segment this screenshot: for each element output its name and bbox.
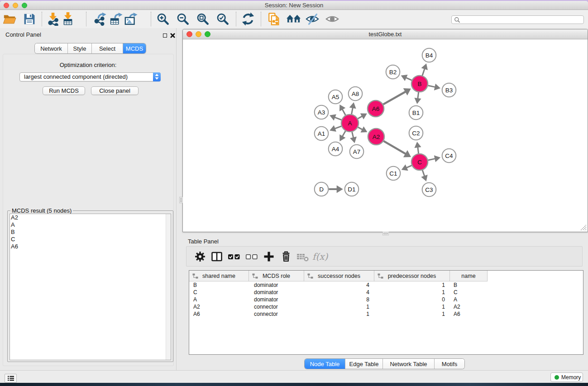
tab-select[interactable]: Select [92,43,123,53]
network-window-titlebar[interactable]: testGlobe.txt [183,29,588,39]
column-header-label: shared name [189,271,249,281]
save-session-icon[interactable] [22,11,37,27]
tab-network[interactable]: Network [35,43,68,53]
network-overview-icon[interactable] [286,11,301,27]
column-header-predecessor-nodes[interactable]: predecessor nodes [374,271,450,281]
graph-edge[interactable] [422,68,425,76]
graph-node-label: D1 [348,186,355,193]
tab-motifs[interactable]: Motifs [435,359,464,369]
zoom-selected-icon[interactable] [215,11,230,27]
run-mcds-button[interactable]: Run MCDS [43,86,85,95]
graph-edge[interactable] [342,109,346,115]
table-row[interactable]: A6connector11A6 [189,310,583,318]
close-panel-button[interactable]: Close panel [91,86,139,95]
table-cell: A [193,296,248,303]
mcds-result-item[interactable]: C [10,236,171,243]
graph-edge-arrowhead [350,137,357,143]
split-columns-icon[interactable] [210,250,224,263]
table-cell: B [454,281,490,289]
float-panel-icon[interactable] [163,33,167,38]
zoom-in-icon[interactable] [155,11,171,27]
refresh-icon[interactable] [240,11,256,27]
graph-node-label: A [348,120,352,127]
search-box[interactable] [451,15,584,24]
tab-edge-table[interactable]: Edge Table [345,359,383,369]
add-column-icon[interactable] [262,250,276,263]
tab-network-table[interactable]: Network Table [383,359,435,369]
status-bar: Memory [0,370,588,383]
graph-edge[interactable] [428,158,436,160]
function-builder-icon[interactable]: f(x) [311,250,330,263]
result-list-scrollbar[interactable] [166,214,171,360]
graph-edge[interactable] [406,166,412,168]
hide-graphics-details-icon[interactable] [305,11,320,27]
clone-network-icon[interactable] [266,11,282,27]
open-file-icon[interactable] [2,11,17,27]
graph-edge[interactable] [406,77,412,80]
svg-text:f(x): f(x) [312,251,328,262]
table-cell: A6 [193,310,248,318]
graph-edge[interactable] [383,91,406,105]
list-icon [7,375,14,381]
column-header-MCDS-role[interactable]: MCDS role [249,271,304,281]
table-row[interactable]: Bdominator41B [189,281,583,289]
table-row[interactable]: Adominator80A [189,296,583,303]
graph-edge[interactable] [418,92,419,99]
mcds-result-list[interactable]: A2ABCA6 [10,214,171,360]
mcds-result-title: MCDS result (5 nodes) [10,207,73,214]
search-input[interactable] [462,16,582,24]
tab-style[interactable]: Style [68,43,92,53]
optimization-criterion-dropdown[interactable]: largest connected component (directed) [19,72,161,81]
import-network-icon[interactable] [45,11,61,27]
graph-node-label: A4 [332,146,339,152]
window-resize-handle-left[interactable] [179,197,183,203]
zoom-out-icon[interactable] [175,11,191,27]
column-header-successor-nodes[interactable]: successor nodes [304,271,374,281]
import-table-icon[interactable] [60,11,76,27]
graph-edge[interactable] [428,86,436,87]
mcds-result-item[interactable]: A2 [10,214,171,221]
graph-edge[interactable] [352,107,353,114]
export-image-icon[interactable] [123,11,139,27]
graph-edge[interactable] [383,141,406,154]
graph-edge[interactable] [422,170,425,176]
network-graph-canvas[interactable]: B4B2BB3A5A8A6A3B1AC2A1A2A4A7C4CC1C3DD1 [183,40,588,232]
graph-edge[interactable] [418,147,419,153]
export-table-icon[interactable] [108,11,124,27]
dropdown-stepper-icon [153,72,161,81]
tab-mcds[interactable]: MCDS [123,43,146,53]
select-all-checkboxes-icon[interactable] [227,250,241,263]
graph-edge-arrowhead [414,142,421,148]
window-resize-grip-icon[interactable] [581,225,587,231]
table-row[interactable]: A2connector11A2 [189,303,583,310]
zoom-fit-icon[interactable] [195,11,210,27]
graph-edge[interactable] [342,131,345,137]
toolbar-separator [151,12,151,26]
table-cell: 1 [376,281,445,289]
graph-edge[interactable] [334,117,341,120]
column-header-label: name [450,271,487,281]
table-row[interactable]: Cdominator41C [189,289,583,296]
export-network-icon[interactable] [93,11,108,27]
graph-edge[interactable] [334,126,341,129]
mcds-result-item[interactable]: B [10,229,171,236]
show-panels-list-button[interactable] [5,374,17,383]
graph-edge[interactable] [352,132,354,138]
mcds-result-item[interactable]: A [10,221,171,229]
column-header-name[interactable]: name [450,271,488,281]
window-resize-handle-bottom[interactable] [382,232,389,235]
tab-node-table[interactable]: Node Table [305,359,345,369]
table-cell: 8 [306,296,369,303]
close-panel-icon[interactable] [170,33,175,38]
mcds-result-item[interactable]: A6 [10,243,171,250]
deselect-all-checkboxes-icon[interactable] [244,250,259,263]
column-header-shared-name[interactable]: shared name [189,271,249,281]
title-bar: Session: New Session [0,1,588,10]
table-cell: 1 [306,310,369,318]
delete-table-icon[interactable] [296,250,310,263]
delete-column-trash-icon[interactable] [279,250,293,263]
show-graphics-details-icon[interactable] [325,11,340,27]
table-settings-gear-icon[interactable] [193,250,207,263]
toolbar-separator [86,12,86,26]
memory-button[interactable]: Memory [550,372,583,382]
